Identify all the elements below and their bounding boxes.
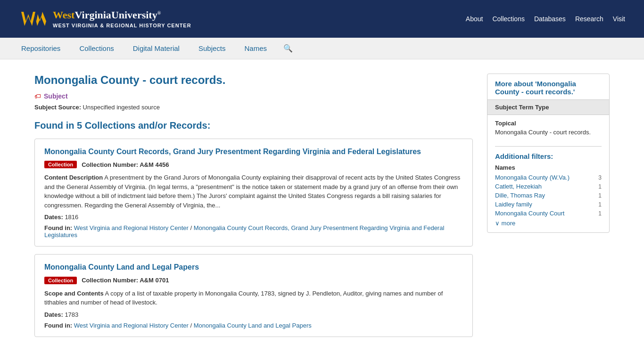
subject-label: Subject: [44, 92, 68, 100]
found-collection-link[interactable]: Monongalia County Land and Legal Papers: [194, 322, 312, 329]
filter-link[interactable]: Monongalia County (W.Va.): [495, 174, 570, 181]
sidebar-term-content: Topical Monongalia County - court record…: [487, 115, 609, 140]
nav-digital-material[interactable]: Digital Material: [131, 38, 182, 59]
wvu-logo-icon: [19, 5, 47, 33]
term-type: Topical: [495, 120, 602, 127]
subject-source-value: Unspecified ingested source: [83, 104, 160, 111]
page-title: Monongalia County - court records.: [34, 74, 473, 87]
top-header: WestVirginiaUniversity® WEST VIRGINIA & …: [0, 0, 644, 38]
site-subtitle: WEST VIRGINIA & REGIONAL HISTORY CENTER: [53, 23, 191, 28]
sidebar-divider: [495, 146, 602, 147]
filter-link[interactable]: Monongalia County Court: [495, 210, 564, 217]
collection-found: Found in: West Virginia and Regional His…: [44, 224, 463, 239]
collection-card: Monongalia County Land and Legal Papers …: [34, 254, 473, 337]
collection-title-link[interactable]: Monongalia County Land and Legal Papers: [44, 262, 463, 272]
logo-area: WestVirginiaUniversity® WEST VIRGINIA & …: [19, 5, 191, 33]
collection-meta: Collection Collection Number: A&M 4456: [44, 161, 463, 168]
additional-filters: Additional filters: Names Monongalia Cou…: [487, 152, 609, 232]
tag-icon: 🏷: [34, 92, 41, 100]
filter-count: 1: [598, 201, 602, 208]
collection-found: Found in: West Virginia and Regional His…: [44, 322, 463, 329]
sidebar-more-about-title: More about 'Monongalia County - court re…: [487, 74, 609, 99]
filter-group-names-label: Names: [495, 164, 602, 171]
filter-link[interactable]: Laidley family: [495, 201, 532, 208]
top-nav-collections[interactable]: Collections: [492, 15, 524, 23]
secondary-navigation: Repositories Collections Digital Materia…: [0, 38, 644, 59]
filter-link[interactable]: Dille, Thomas Ray: [495, 192, 545, 199]
site-title-area: WestVirginiaUniversity® WEST VIRGINIA & …: [53, 9, 191, 28]
filter-count: 1: [598, 192, 602, 199]
top-nav-databases[interactable]: Databases: [534, 15, 566, 23]
collection-description: Scope and Contents A copy of a list of t…: [44, 289, 463, 307]
collection-badge: Collection: [44, 277, 77, 284]
found-heading: Found in 5 Collections and/or Records:: [34, 120, 473, 131]
collection-dates: Dates: 1783: [44, 311, 463, 318]
collection-meta: Collection Collection Number: A&M 0701: [44, 277, 463, 284]
sidebar: More about 'Monongalia County - court re…: [487, 74, 610, 345]
filter-count: 1: [598, 210, 602, 217]
subject-tag-area: 🏷 Subject: [34, 92, 473, 100]
filter-item: Monongalia County (W.Va.) 3: [495, 174, 602, 181]
filter-item: Laidley family 1: [495, 201, 602, 208]
collection-number: Collection Number: A&M 0701: [82, 277, 169, 284]
filter-item: Catlett, Hezekiah 1: [495, 183, 602, 190]
nav-subjects[interactable]: Subjects: [196, 38, 228, 59]
collection-title-link[interactable]: Monongalia County Court Records, Grand J…: [44, 147, 463, 157]
subject-source-label: Subject Source:: [34, 104, 81, 111]
sidebar-box: More about 'Monongalia County - court re…: [487, 74, 610, 233]
term-value: Monongalia County - court records.: [495, 129, 602, 136]
nav-repositories[interactable]: Repositories: [19, 38, 63, 59]
collection-dates: Dates: 1816: [44, 214, 463, 221]
subject-source: Subject Source: Unspecified ingested sou…: [34, 104, 473, 111]
search-icon[interactable]: 🔍: [283, 44, 293, 53]
top-nav-about[interactable]: About: [466, 15, 483, 23]
university-name: WestVirginiaUniversity®: [53, 9, 191, 21]
more-filters-link[interactable]: ∨ more: [495, 220, 602, 227]
nav-names[interactable]: Names: [242, 38, 270, 59]
top-nav-visit[interactable]: Visit: [613, 15, 625, 23]
filter-link[interactable]: Catlett, Hezekiah: [495, 183, 542, 190]
collection-badge: Collection: [44, 161, 77, 168]
found-repo-link[interactable]: West Virginia and Regional History Cente…: [74, 224, 189, 231]
top-nav-research[interactable]: Research: [575, 15, 603, 23]
filters-title: Additional filters:: [495, 152, 602, 160]
collection-card: Monongalia County Court Records, Grand J…: [34, 139, 473, 247]
collection-number: Collection Number: A&M 4456: [82, 161, 169, 168]
filter-count: 3: [598, 174, 602, 181]
sidebar-term-type-header: Subject Term Type: [487, 99, 609, 115]
filter-count: 1: [598, 183, 602, 190]
collection-description: Content Description A presentment by the…: [44, 173, 463, 210]
filter-item: Dille, Thomas Ray 1: [495, 192, 602, 199]
top-navigation: About Collections Databases Research Vis…: [466, 15, 625, 23]
nav-collections[interactable]: Collections: [77, 38, 116, 59]
content-area: Monongalia County - court records. 🏷 Sub…: [34, 74, 473, 345]
filter-item: Monongalia County Court 1: [495, 210, 602, 217]
found-repo-link[interactable]: West Virginia and Regional History Cente…: [74, 322, 189, 329]
main-container: Monongalia County - court records. 🏷 Sub…: [16, 59, 628, 359]
